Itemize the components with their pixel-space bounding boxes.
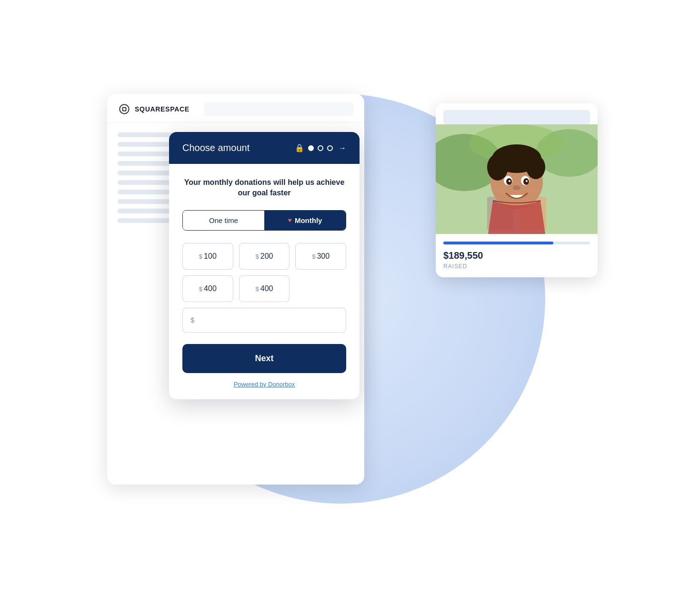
amount-button-400a[interactable]: $ 400	[182, 275, 233, 302]
amount-row-2: $ 400 $ 400	[182, 275, 346, 302]
charity-url-bar	[443, 110, 590, 124]
modal-header: Choose amount 🔒 →	[169, 132, 360, 164]
ss-logo: SQUARESPACE	[118, 102, 190, 116]
charity-card: $189,550 RAISED	[436, 103, 598, 277]
ss-url-bar	[204, 102, 354, 116]
svg-point-16	[509, 180, 510, 182]
amount-button-100[interactable]: $ 100	[182, 243, 233, 270]
squarespace-logo-icon	[118, 102, 131, 116]
custom-currency-symbol: $	[190, 316, 194, 324]
ss-logo-text: SQUARESPACE	[135, 105, 190, 113]
powered-by-link[interactable]: Powered by Donorbox	[182, 381, 346, 388]
custom-amount-container: $	[182, 308, 346, 333]
progress-bar-fill	[443, 242, 553, 244]
svg-point-10	[487, 154, 508, 181]
amount-grid: $ 100 $ 200 $ 300	[182, 243, 346, 270]
monthly-button[interactable]: ♥ Monthly	[264, 211, 346, 230]
svg-point-17	[526, 180, 528, 182]
ss-header: SQUARESPACE	[107, 94, 364, 123]
custom-amount-input[interactable]	[197, 316, 338, 324]
modal-title: Choose amount	[182, 142, 250, 153]
heart-icon: ♥	[288, 216, 292, 224]
step-1-dot	[308, 145, 314, 151]
donation-modal: Choose amount 🔒 → Your monthly donations…	[169, 132, 360, 399]
modal-body: Your monthly donations will help us achi…	[169, 164, 360, 399]
lock-icon: 🔒	[295, 143, 304, 152]
charity-image	[436, 124, 598, 234]
raised-amount: $189,550	[443, 250, 590, 261]
frequency-toggle: One time ♥ Monthly	[182, 210, 346, 231]
one-time-button[interactable]: One time	[183, 211, 264, 230]
child-illustration	[436, 124, 598, 234]
raised-label: RAISED	[443, 263, 590, 270]
svg-point-18	[513, 185, 520, 190]
charity-info: $189,550 RAISED	[436, 234, 598, 277]
amount-button-400b[interactable]: $ 400	[239, 275, 290, 302]
step-arrow-icon: →	[339, 144, 346, 152]
amount-button-200[interactable]: $ 200	[239, 243, 290, 270]
modal-subtitle: Your monthly donations will help us achi…	[182, 177, 346, 199]
step-3-dot	[327, 145, 333, 151]
progress-bar-container	[443, 242, 590, 244]
scene: SQUARESPACE Choose amount 🔒 →	[88, 65, 612, 542]
svg-point-19	[495, 186, 506, 194]
svg-point-20	[527, 186, 539, 194]
modal-steps: 🔒 →	[295, 143, 346, 152]
svg-point-11	[526, 155, 545, 179]
amount-button-300[interactable]: $ 300	[295, 243, 346, 270]
step-2-dot	[318, 145, 323, 151]
next-button[interactable]: Next	[182, 344, 346, 373]
